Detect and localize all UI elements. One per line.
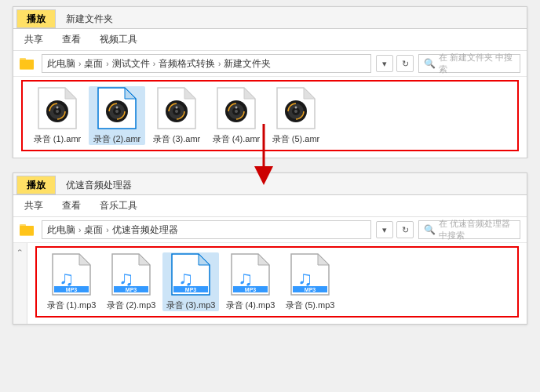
bottom-file-3[interactable]: ♫ MP3 录音 (3).mp3 [162, 252, 219, 311]
top-path-desktop: 桌面 [84, 57, 103, 71]
bottom-path-processor: 优速音频处理器 [112, 223, 178, 237]
bottom-view-btn[interactable]: 查看 [57, 198, 86, 214]
bottom-share-btn[interactable]: 共享 [20, 198, 48, 214]
top-file-4[interactable]: 录音 (4).amr [208, 86, 265, 145]
top-file-label-5: 录音 (5).amr [272, 133, 320, 145]
bottom-file-label-4: 录音 (4).mp3 [226, 299, 275, 311]
bottom-mp3-icon-1: ♫ MP3 [51, 252, 92, 296]
top-amr-icon-1 [37, 86, 78, 130]
bottom-dropdown-btn[interactable]: ▾ [376, 221, 393, 238]
bottom-address-bar: 此电脑 › 桌面 › 优速音频处理器 ▾ ↻ 🔍 在 优速音频处理器 中搜索 [13, 217, 527, 243]
bottom-file-2[interactable]: ♫ MP3 录音 (2).mp3 [103, 252, 159, 311]
bottom-files-group: ♫ MP3 录音 (1).mp3 [35, 246, 519, 318]
top-address-controls: ▾ ↻ [376, 55, 414, 72]
svg-point-17 [115, 110, 119, 113]
bottom-file-4[interactable]: ♫ MP3 录音 (4).mp3 [222, 252, 279, 311]
svg-point-11 [57, 107, 59, 109]
bottom-refresh-btn[interactable]: ↻ [396, 221, 414, 238]
bottom-toolbar: 共享 查看 音乐工具 [13, 195, 527, 217]
sidebar-expand-icon[interactable]: ‹ [16, 249, 24, 252]
svg-point-24 [175, 110, 178, 113]
svg-marker-27 [244, 88, 255, 99]
top-file-label-4: 录音 (4).amr [213, 133, 261, 145]
bottom-file-label-5: 录音 (5).mp3 [286, 299, 335, 311]
svg-marker-13 [125, 88, 136, 99]
bottom-path-desktop: 桌面 [84, 223, 103, 237]
bottom-file-label-3: 录音 (3).mp3 [166, 299, 216, 311]
bottom-file-label-2: 录音 (2).mp3 [107, 299, 156, 311]
top-amr-icon-3 [156, 86, 197, 130]
top-video-tools-btn[interactable]: 视频工具 [95, 31, 142, 48]
top-amr-icon-2 [97, 86, 137, 130]
bottom-tab-play[interactable]: 播放 [16, 176, 56, 194]
bottom-tab-processor[interactable]: 优速音频处理器 [56, 176, 142, 194]
bottom-file-5[interactable]: ♫ MP3 录音 (5).mp3 [282, 252, 338, 311]
top-amr-icon-4 [216, 86, 257, 130]
bottom-mp3-icon-3: ♫ MP3 [170, 252, 211, 296]
top-path-audio: 音频格式转换 [159, 57, 215, 71]
top-file-2[interactable]: 录音 (2).amr [89, 86, 145, 145]
top-view-btn[interactable]: 查看 [57, 31, 86, 48]
bottom-folder-icon [20, 223, 34, 236]
top-file-3[interactable]: 录音 (3).amr [148, 86, 205, 145]
top-file-label-1: 录音 (1).amr [34, 133, 82, 145]
svg-text:MP3: MP3 [66, 287, 78, 292]
bottom-file-1[interactable]: ♫ MP3 录音 (1).mp3 [43, 252, 100, 311]
svg-point-31 [235, 110, 238, 113]
bottom-search-icon: 🔍 [424, 224, 436, 235]
top-files-group: 录音 (1).amr 录音 [21, 80, 519, 151]
svg-rect-42 [20, 226, 34, 235]
bottom-panel: 播放 优速音频处理器 共享 查看 音乐工具 此电脑 › 桌面 › 优速音频处理器… [13, 172, 527, 325]
svg-marker-20 [184, 88, 195, 99]
top-path-test: 测试文件 [112, 57, 150, 71]
bottom-mp3-icon-4: ♫ MP3 [230, 252, 271, 296]
bottom-music-tools-btn[interactable]: 音乐工具 [95, 198, 142, 214]
svg-point-10 [56, 110, 59, 113]
svg-rect-4 [20, 60, 34, 69]
bottom-file-label-1: 录音 (1).mp3 [47, 299, 97, 311]
top-path-new: 新建文件夹 [224, 57, 271, 71]
svg-marker-64 [318, 254, 329, 265]
bottom-path-pc: 此电脑 [47, 223, 75, 237]
svg-text:MP3: MP3 [185, 287, 197, 292]
svg-point-38 [294, 110, 297, 113]
top-ribbon-tabs: 播放 新建文件夹 [13, 7, 527, 29]
svg-marker-44 [79, 254, 90, 265]
bottom-address-controls: ▾ ↻ [376, 221, 414, 238]
svg-point-18 [116, 107, 119, 109]
svg-marker-34 [304, 88, 315, 99]
svg-marker-59 [258, 254, 269, 265]
top-folder-icon [20, 57, 34, 70]
top-file-1[interactable]: 录音 (1).amr [29, 86, 86, 145]
top-amr-icon-5 [275, 86, 316, 130]
top-path-sep1: › [78, 60, 81, 68]
top-address-bar: 此电脑 › 桌面 › 测试文件 › 音频格式转换 › 新建文件夹 ▾ ↻ 🔍 在… [13, 51, 527, 77]
bottom-mp3-icon-2: ♫ MP3 [111, 252, 151, 296]
top-file-5[interactable]: 录音 (5).amr [268, 86, 324, 145]
top-tab-play[interactable]: 播放 [16, 9, 56, 28]
bottom-sidebar: ‹ [13, 243, 27, 324]
svg-point-32 [235, 107, 238, 109]
top-path[interactable]: 此电脑 › 桌面 › 测试文件 › 音频格式转换 › 新建文件夹 [42, 54, 371, 73]
svg-text:MP3: MP3 [126, 287, 137, 292]
top-search-box[interactable]: 🔍 在 新建文件夹 中搜索 [418, 54, 520, 73]
bottom-path[interactable]: 此电脑 › 桌面 › 优速音频处理器 [42, 220, 371, 239]
top-search-icon: 🔍 [424, 58, 436, 69]
top-panel: 播放 新建文件夹 共享 查看 视频工具 此电脑 › 桌面 › 测试文件 › 音频… [13, 6, 527, 158]
top-refresh-btn[interactable]: ↻ [396, 55, 414, 72]
svg-marker-54 [199, 254, 210, 265]
bottom-mp3-icon-5: ♫ MP3 [290, 252, 330, 296]
svg-text:MP3: MP3 [245, 287, 257, 292]
svg-marker-49 [139, 254, 150, 265]
top-toolbar: 共享 查看 视频工具 [13, 29, 527, 51]
top-tab-new-folder[interactable]: 新建文件夹 [56, 9, 123, 28]
bottom-search-box[interactable]: 🔍 在 优速音频处理器 中搜索 [418, 220, 520, 239]
bottom-ribbon-tabs: 播放 优速音频处理器 [13, 173, 527, 195]
top-search-placeholder: 在 新建文件夹 中搜索 [439, 52, 515, 75]
bottom-files-area: ‹ ♫ [13, 243, 527, 324]
top-path-pc: 此电脑 [47, 57, 75, 71]
top-dropdown-btn[interactable]: ▾ [376, 55, 393, 72]
top-file-label-2: 录音 (2).amr [93, 133, 141, 145]
top-share-btn[interactable]: 共享 [20, 31, 48, 48]
svg-point-25 [176, 107, 178, 109]
